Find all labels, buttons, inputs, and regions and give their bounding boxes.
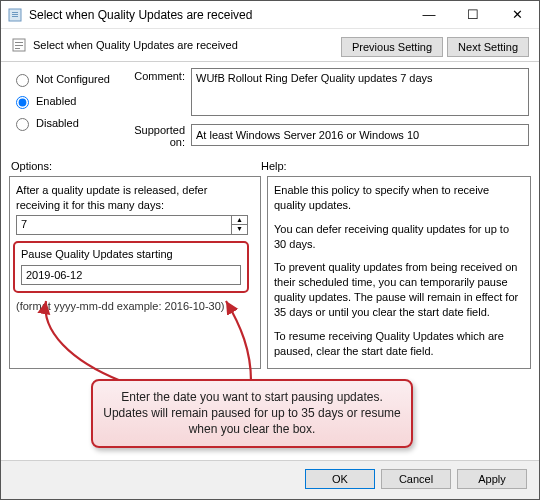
- help-text: You can defer receiving quality updates …: [274, 222, 524, 252]
- radio-disabled[interactable]: Disabled: [11, 112, 121, 134]
- pause-updates-highlight: Pause Quality Updates starting: [13, 241, 249, 294]
- svg-rect-1: [12, 12, 18, 13]
- config-area: Not Configured Enabled Disabled Comment:: [1, 62, 539, 156]
- titlebar: Select when Quality Updates are received…: [1, 1, 539, 29]
- close-button[interactable]: ✕: [495, 1, 539, 28]
- policy-state-group: Not Configured Enabled Disabled: [11, 68, 121, 134]
- pause-updates-label: Pause Quality Updates starting: [21, 247, 241, 262]
- help-text: To prevent quality updates from being re…: [274, 260, 524, 319]
- supported-on-field[interactable]: [191, 124, 529, 146]
- annotation-callout: Enter the date you want to start pausing…: [91, 379, 413, 448]
- spinner-up-icon[interactable]: ▲: [231, 216, 247, 225]
- help-heading: Help:: [261, 160, 287, 172]
- radio-enabled[interactable]: Enabled: [11, 90, 121, 112]
- defer-days-label: After a quality update is released, defe…: [16, 183, 254, 213]
- maximize-button[interactable]: ☐: [451, 1, 495, 28]
- help-text: If you disable or do not configure this …: [274, 367, 524, 369]
- spinner-down-icon[interactable]: ▼: [231, 224, 247, 234]
- comment-label: Comment:: [121, 68, 191, 116]
- dialog-footer: OK Cancel Apply: [1, 460, 539, 499]
- setting-subtitle: Select when Quality Updates are received: [33, 39, 238, 51]
- date-format-hint: (format yyyy-mm-dd example: 2016-10-30): [16, 299, 254, 314]
- defer-days-input[interactable]: [17, 216, 231, 234]
- policy-icon: [11, 37, 27, 53]
- options-panel: After a quality update is released, defe…: [9, 176, 261, 369]
- help-text: To resume receiving Quality Updates whic…: [274, 329, 524, 359]
- help-text: Enable this policy to specify when to re…: [274, 183, 524, 213]
- defer-days-stepper[interactable]: ▲▼: [16, 215, 248, 235]
- svg-rect-5: [15, 42, 23, 43]
- options-heading: Options:: [11, 160, 261, 172]
- setting-header: Select when Quality Updates are received…: [1, 29, 539, 62]
- split-header: Options: Help:: [1, 156, 539, 174]
- gpo-editor-window: Select when Quality Updates are received…: [0, 0, 540, 500]
- svg-rect-2: [12, 14, 18, 15]
- cancel-button[interactable]: Cancel: [381, 469, 451, 489]
- previous-setting-button[interactable]: Previous Setting: [341, 37, 443, 57]
- next-setting-button[interactable]: Next Setting: [447, 37, 529, 57]
- window-title: Select when Quality Updates are received: [29, 8, 407, 22]
- app-icon: [7, 7, 23, 23]
- svg-rect-6: [15, 45, 23, 46]
- comment-input[interactable]: [191, 68, 529, 116]
- svg-rect-7: [15, 48, 20, 49]
- svg-rect-3: [12, 16, 18, 17]
- ok-button[interactable]: OK: [305, 469, 375, 489]
- apply-button[interactable]: Apply: [457, 469, 527, 489]
- pause-start-date-input[interactable]: [21, 265, 241, 286]
- supported-label: Supported on:: [121, 122, 191, 148]
- minimize-button[interactable]: —: [407, 1, 451, 28]
- radio-not-configured[interactable]: Not Configured: [11, 68, 121, 90]
- callout-text: Enter the date you want to start pausing…: [103, 390, 401, 436]
- help-panel: Enable this policy to specify when to re…: [267, 176, 531, 369]
